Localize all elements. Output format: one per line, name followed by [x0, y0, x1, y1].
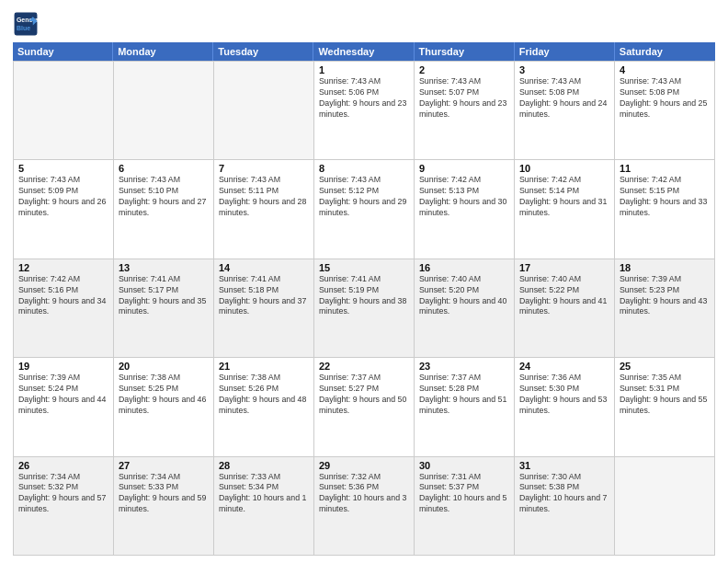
cell-info-text: Sunrise: 7:32 AM Sunset: 5:36 PM Dayligh… — [319, 472, 409, 516]
weekday-header-tuesday: Tuesday — [213, 42, 313, 61]
calendar-cell: 7Sunrise: 7:43 AM Sunset: 5:11 PM Daylig… — [214, 160, 314, 259]
day-number: 17 — [519, 262, 609, 273]
weekday-header-wednesday: Wednesday — [313, 42, 414, 61]
calendar-cell: 21Sunrise: 7:38 AM Sunset: 5:26 PM Dayli… — [214, 358, 314, 456]
calendar-cell: 31Sunrise: 7:30 AM Sunset: 5:38 PM Dayli… — [515, 457, 615, 556]
cell-info-text: Sunrise: 7:30 AM Sunset: 5:38 PM Dayligh… — [519, 472, 609, 516]
day-number: 13 — [119, 262, 209, 273]
weekday-header-saturday: Saturday — [615, 42, 715, 61]
day-number: 20 — [119, 361, 209, 372]
cell-info-text: Sunrise: 7:34 AM Sunset: 5:32 PM Dayligh… — [18, 472, 108, 516]
calendar-cell — [14, 62, 114, 160]
calendar-cell: 4Sunrise: 7:43 AM Sunset: 5:08 PM Daylig… — [615, 62, 715, 160]
cell-info-text: Sunrise: 7:38 AM Sunset: 5:26 PM Dayligh… — [219, 373, 309, 417]
cell-info-text: Sunrise: 7:42 AM Sunset: 5:15 PM Dayligh… — [620, 175, 710, 219]
day-number: 4 — [620, 64, 710, 75]
calendar-cell: 2Sunrise: 7:43 AM Sunset: 5:07 PM Daylig… — [415, 62, 515, 160]
cell-info-text: Sunrise: 7:39 AM Sunset: 5:23 PM Dayligh… — [620, 274, 710, 318]
logo: General Blue — [13, 11, 39, 37]
calendar-row-3: 12Sunrise: 7:42 AM Sunset: 5:16 PM Dayli… — [14, 259, 715, 358]
calendar-cell: 20Sunrise: 7:38 AM Sunset: 5:25 PM Dayli… — [114, 358, 214, 456]
weekday-header-sunday: Sunday — [13, 42, 113, 61]
calendar-body: 1Sunrise: 7:43 AM Sunset: 5:06 PM Daylig… — [13, 61, 715, 556]
day-number: 18 — [620, 262, 710, 273]
weekday-header-monday: Monday — [113, 42, 213, 61]
logo-icon: General Blue — [13, 11, 39, 37]
day-number: 22 — [319, 361, 409, 372]
cell-info-text: Sunrise: 7:38 AM Sunset: 5:25 PM Dayligh… — [119, 373, 209, 417]
calendar-cell: 11Sunrise: 7:42 AM Sunset: 5:15 PM Dayli… — [615, 160, 715, 259]
day-number: 6 — [119, 163, 209, 174]
cell-info-text: Sunrise: 7:36 AM Sunset: 5:30 PM Dayligh… — [519, 373, 609, 417]
calendar-cell: 19Sunrise: 7:39 AM Sunset: 5:24 PM Dayli… — [14, 358, 114, 456]
cell-info-text: Sunrise: 7:31 AM Sunset: 5:37 PM Dayligh… — [419, 472, 509, 516]
cell-info-text: Sunrise: 7:43 AM Sunset: 5:12 PM Dayligh… — [319, 175, 409, 219]
day-number: 21 — [219, 361, 309, 372]
calendar-cell: 30Sunrise: 7:31 AM Sunset: 5:37 PM Dayli… — [415, 457, 515, 556]
day-number: 19 — [18, 361, 108, 372]
day-number: 23 — [419, 361, 509, 372]
calendar-cell — [214, 62, 314, 160]
day-number: 26 — [18, 460, 108, 471]
day-number: 8 — [319, 163, 409, 174]
cell-info-text: Sunrise: 7:41 AM Sunset: 5:19 PM Dayligh… — [319, 274, 409, 318]
calendar-cell — [615, 457, 715, 556]
day-number: 9 — [419, 163, 509, 174]
cell-info-text: Sunrise: 7:43 AM Sunset: 5:09 PM Dayligh… — [18, 175, 108, 219]
calendar-cell — [114, 62, 214, 160]
cell-info-text: Sunrise: 7:40 AM Sunset: 5:20 PM Dayligh… — [419, 274, 509, 318]
cell-info-text: Sunrise: 7:34 AM Sunset: 5:33 PM Dayligh… — [119, 472, 209, 516]
cell-info-text: Sunrise: 7:37 AM Sunset: 5:27 PM Dayligh… — [319, 373, 409, 417]
calendar-cell: 16Sunrise: 7:40 AM Sunset: 5:20 PM Dayli… — [415, 259, 515, 358]
day-number: 7 — [219, 163, 309, 174]
calendar-cell: 15Sunrise: 7:41 AM Sunset: 5:19 PM Dayli… — [314, 259, 415, 358]
day-number: 16 — [419, 262, 509, 273]
cell-info-text: Sunrise: 7:39 AM Sunset: 5:24 PM Dayligh… — [18, 373, 108, 417]
cell-info-text: Sunrise: 7:41 AM Sunset: 5:17 PM Dayligh… — [119, 274, 209, 318]
calendar-row-5: 26Sunrise: 7:34 AM Sunset: 5:32 PM Dayli… — [14, 457, 715, 556]
cell-info-text: Sunrise: 7:42 AM Sunset: 5:13 PM Dayligh… — [419, 175, 509, 219]
calendar-cell: 22Sunrise: 7:37 AM Sunset: 5:27 PM Dayli… — [314, 358, 415, 456]
day-number: 31 — [519, 460, 609, 471]
calendar-row-1: 1Sunrise: 7:43 AM Sunset: 5:06 PM Daylig… — [14, 62, 715, 160]
page-container: General Blue SundayMondayTuesdayWednesda… — [0, 0, 728, 563]
calendar-cell: 5Sunrise: 7:43 AM Sunset: 5:09 PM Daylig… — [14, 160, 114, 259]
calendar-cell: 9Sunrise: 7:42 AM Sunset: 5:13 PM Daylig… — [415, 160, 515, 259]
day-number: 25 — [620, 361, 710, 372]
calendar-cell: 8Sunrise: 7:43 AM Sunset: 5:12 PM Daylig… — [314, 160, 415, 259]
cell-info-text: Sunrise: 7:37 AM Sunset: 5:28 PM Dayligh… — [419, 373, 509, 417]
day-number: 30 — [419, 460, 509, 471]
day-number: 11 — [620, 163, 710, 174]
day-number: 12 — [18, 262, 108, 273]
cell-info-text: Sunrise: 7:42 AM Sunset: 5:14 PM Dayligh… — [519, 175, 609, 219]
calendar-cell: 13Sunrise: 7:41 AM Sunset: 5:17 PM Dayli… — [114, 259, 214, 358]
calendar-cell: 25Sunrise: 7:35 AM Sunset: 5:31 PM Dayli… — [615, 358, 715, 456]
cell-info-text: Sunrise: 7:35 AM Sunset: 5:31 PM Dayligh… — [620, 373, 710, 417]
calendar-cell: 26Sunrise: 7:34 AM Sunset: 5:32 PM Dayli… — [14, 457, 114, 556]
day-number: 24 — [519, 361, 609, 372]
cell-info-text: Sunrise: 7:41 AM Sunset: 5:18 PM Dayligh… — [219, 274, 309, 318]
cell-info-text: Sunrise: 7:43 AM Sunset: 5:10 PM Dayligh… — [119, 175, 209, 219]
calendar-cell: 3Sunrise: 7:43 AM Sunset: 5:08 PM Daylig… — [515, 62, 615, 160]
cell-info-text: Sunrise: 7:40 AM Sunset: 5:22 PM Dayligh… — [519, 274, 609, 318]
cell-info-text: Sunrise: 7:33 AM Sunset: 5:34 PM Dayligh… — [219, 472, 309, 516]
calendar: SundayMondayTuesdayWednesdayThursdayFrid… — [13, 42, 715, 556]
calendar-cell: 29Sunrise: 7:32 AM Sunset: 5:36 PM Dayli… — [314, 457, 415, 556]
day-number: 10 — [519, 163, 609, 174]
cell-info-text: Sunrise: 7:43 AM Sunset: 5:08 PM Dayligh… — [620, 76, 710, 121]
day-number: 28 — [219, 460, 309, 471]
cell-info-text: Sunrise: 7:43 AM Sunset: 5:11 PM Dayligh… — [219, 175, 309, 219]
day-number: 1 — [319, 64, 409, 75]
calendar-header: SundayMondayTuesdayWednesdayThursdayFrid… — [13, 42, 715, 61]
calendar-cell: 27Sunrise: 7:34 AM Sunset: 5:33 PM Dayli… — [114, 457, 214, 556]
calendar-cell: 1Sunrise: 7:43 AM Sunset: 5:06 PM Daylig… — [314, 62, 415, 160]
day-number: 27 — [119, 460, 209, 471]
calendar-cell: 10Sunrise: 7:42 AM Sunset: 5:14 PM Dayli… — [515, 160, 615, 259]
weekday-header-friday: Friday — [515, 42, 615, 61]
day-number: 3 — [519, 64, 609, 75]
calendar-cell: 23Sunrise: 7:37 AM Sunset: 5:28 PM Dayli… — [415, 358, 515, 456]
cell-info-text: Sunrise: 7:43 AM Sunset: 5:07 PM Dayligh… — [419, 76, 509, 121]
calendar-cell: 17Sunrise: 7:40 AM Sunset: 5:22 PM Dayli… — [515, 259, 615, 358]
day-number: 2 — [419, 64, 509, 75]
calendar-cell: 18Sunrise: 7:39 AM Sunset: 5:23 PM Dayli… — [615, 259, 715, 358]
